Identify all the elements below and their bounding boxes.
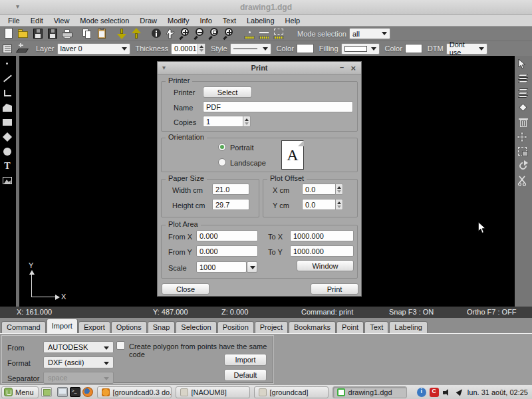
pointer-settings-icon[interactable] — [455, 388, 464, 397]
menu-modify[interactable]: Modify — [162, 16, 194, 25]
printer-name-field[interactable]: PDF — [203, 101, 353, 112]
measure-line-icon[interactable] — [257, 27, 271, 40]
rectangle-tool-icon[interactable] — [1, 117, 13, 127]
menu-draw[interactable]: Draw — [134, 16, 162, 25]
firefox-icon[interactable] — [82, 387, 93, 397]
volume-icon[interactable] — [442, 388, 452, 397]
tab-command[interactable]: Command — [1, 321, 46, 333]
status-snap[interactable]: Snap F3 : ON — [389, 308, 434, 316]
print-dialog-titlebar[interactable]: ▾ Print – × — [158, 62, 361, 74]
save-as-icon[interactable] — [46, 27, 59, 40]
layers-tool-icon[interactable] — [517, 73, 530, 84]
title-bar[interactable]: ▾ drawing1.dgd — [0, 0, 532, 15]
status-ortho[interactable]: Ortho F7 : OFF — [467, 308, 517, 316]
from-dropdown[interactable]: AUTODESK — [43, 341, 114, 353]
import-button[interactable]: Import — [224, 354, 267, 366]
height-cm-field[interactable]: 29.7 — [212, 199, 249, 210]
update-shield-icon[interactable]: i — [417, 388, 426, 397]
format-dropdown[interactable]: DXF (ascii) — [43, 356, 114, 368]
tab-bookmarks[interactable]: Bookmarks — [289, 321, 336, 333]
tab-selection[interactable]: Selection — [176, 321, 216, 333]
copy-icon[interactable] — [80, 27, 94, 40]
trim-tool-icon[interactable] — [517, 176, 530, 186]
to-y-field[interactable]: 1000.000 — [290, 245, 354, 257]
mint-menu-button[interactable]: Menu — [1, 386, 39, 398]
antivirus-icon[interactable]: C — [430, 388, 439, 397]
from-x-field[interactable]: 0.000 — [196, 230, 258, 241]
copy-region-tool-icon[interactable] — [517, 146, 530, 157]
printer-select-button[interactable]: Select — [203, 86, 252, 98]
zoom-extents-icon[interactable] — [223, 27, 236, 40]
window-button[interactable]: Window — [297, 260, 354, 271]
clock[interactable]: lun. 31 août, 02:25 — [467, 388, 528, 396]
eraser-tool-icon[interactable] — [517, 102, 530, 113]
menu-file[interactable]: File — [3, 16, 25, 25]
layer-list-icon[interactable] — [1, 43, 15, 55]
dtm-dropdown[interactable]: Dont use — [446, 43, 487, 55]
fill-color-swatch[interactable] — [405, 44, 422, 53]
menu-view[interactable]: View — [49, 16, 75, 25]
to-x-field[interactable]: 1000.000 — [290, 230, 354, 241]
print-icon[interactable] — [61, 27, 74, 40]
rotate-tool-icon[interactable] — [517, 161, 530, 172]
tab-options[interactable]: Options — [111, 321, 147, 333]
tab-snap[interactable]: Snap — [148, 321, 176, 333]
layer-dropdown[interactable]: laver 0 — [57, 43, 130, 55]
text-tool-icon[interactable]: T — [1, 161, 13, 171]
move-tool-icon[interactable] — [517, 132, 530, 142]
tab-export[interactable]: Export — [78, 321, 110, 333]
tab-point[interactable]: Point — [336, 321, 364, 333]
select-tool-icon[interactable] — [517, 59, 530, 69]
from-y-field[interactable]: 0.000 — [196, 245, 258, 257]
arrow-up-icon[interactable] — [130, 27, 143, 40]
width-cm-field[interactable]: 21.0 — [212, 184, 249, 195]
info-icon[interactable] — [150, 27, 163, 40]
hand-pan-icon[interactable] — [164, 27, 178, 40]
zoom-window-icon[interactable] — [208, 27, 221, 40]
same-code-checkbox[interactable] — [116, 341, 125, 350]
save-icon[interactable] — [31, 27, 45, 40]
point-tool-icon[interactable] — [1, 59, 13, 68]
taskbar-window-groundcad-doc[interactable]: [groundcad0.3 do... — [97, 386, 172, 398]
landscape-radio[interactable] — [218, 158, 226, 166]
tab-project[interactable]: Project — [255, 321, 288, 333]
stepper-arrows-icon[interactable] — [335, 184, 343, 195]
close-button[interactable]: Close — [162, 283, 209, 295]
open-folder-icon[interactable] — [17, 27, 30, 40]
zoom-in-icon[interactable] — [179, 27, 192, 40]
menu-info[interactable]: Info — [194, 16, 217, 25]
image-tool-icon[interactable] — [1, 176, 13, 186]
menu-help[interactable]: Help — [280, 16, 306, 25]
terminal-icon[interactable]: >_ — [70, 387, 80, 397]
add-layer-icon[interactable] — [16, 43, 29, 55]
line-color-swatch[interactable] — [297, 44, 314, 53]
tab-labeling[interactable]: Labeling — [389, 321, 428, 333]
scale-dropdown[interactable]: 1000 — [196, 261, 247, 273]
line-tool-icon[interactable] — [1, 73, 13, 83]
paste-icon[interactable] — [95, 27, 108, 40]
file-manager-icon[interactable] — [57, 387, 68, 397]
polyline-tool-icon[interactable] — [1, 88, 13, 98]
print-button[interactable]: Print — [311, 283, 358, 295]
taskbar-window-drawing1[interactable]: drawing1.dgd — [332, 386, 407, 398]
thickness-stepper[interactable]: 0.0001 — [171, 43, 205, 55]
portrait-radio[interactable] — [218, 143, 226, 151]
measure-area-icon[interactable] — [272, 27, 285, 40]
tab-text[interactable]: Text — [364, 321, 388, 333]
menu-edit[interactable]: Edit — [25, 16, 49, 25]
taskbar-window-groundcad[interactable]: [groundcad] — [254, 386, 329, 398]
menu-mode-selection[interactable]: Mode selection — [74, 16, 134, 25]
tab-import[interactable]: Import — [47, 319, 78, 333]
offset-y-stepper[interactable]: 0.0 — [302, 199, 343, 210]
close-icon[interactable]: × — [350, 63, 356, 73]
layers-alt-tool-icon[interactable] — [517, 88, 530, 98]
zoom-out-icon[interactable] — [194, 27, 207, 40]
measure-point-icon[interactable] — [243, 27, 256, 40]
stepper-arrows-icon[interactable] — [335, 199, 343, 210]
circle-tool-icon[interactable] — [1, 146, 13, 156]
tab-position[interactable]: Position — [217, 321, 254, 333]
menu-text[interactable]: Text — [217, 16, 241, 25]
delete-tool-icon[interactable] — [517, 117, 530, 128]
chevron-down-icon[interactable] — [247, 261, 257, 273]
copies-stepper[interactable]: 1 — [203, 116, 251, 127]
